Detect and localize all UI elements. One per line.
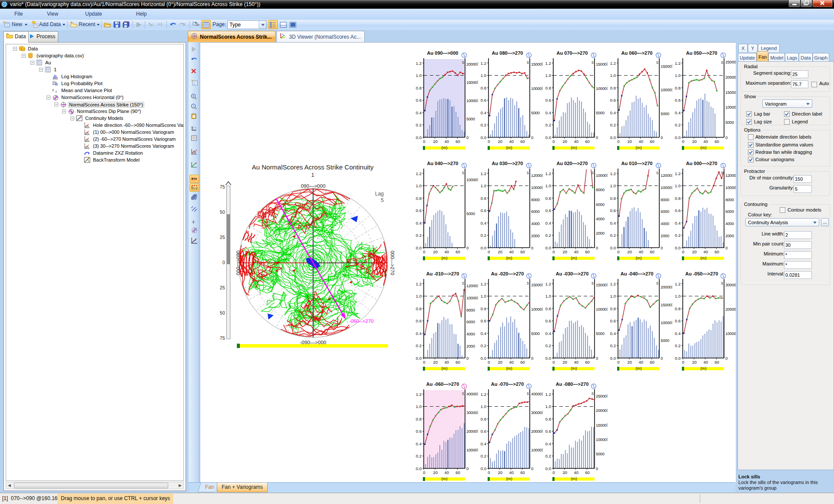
svg-text:0: 0: [725, 356, 728, 361]
svg-text:30000: 30000: [725, 282, 736, 287]
svg-text:0.4: 0.4: [416, 221, 422, 225]
svg-text:10000: 10000: [596, 86, 607, 91]
svg-text:0: 0: [552, 139, 555, 144]
svg-text:0.0: 0.0: [610, 135, 616, 140]
svg-text:2000: 2000: [596, 231, 605, 235]
svg-text:40: 40: [444, 249, 449, 254]
svg-text:10000: 10000: [531, 307, 542, 312]
svg-text:60: 60: [455, 249, 460, 254]
svg-text:1.0: 1.0: [545, 73, 551, 78]
svg-text:10000: 10000: [661, 87, 671, 92]
svg-text:75: 75: [220, 184, 225, 189]
svg-text:60: 60: [714, 249, 719, 254]
svg-text:1.2: 1.2: [481, 282, 486, 286]
svg-text:0: 0: [488, 139, 490, 144]
svg-text:(m): (m): [441, 255, 447, 260]
svg-text:25000: 25000: [725, 60, 736, 64]
svg-text:4000: 4000: [466, 332, 475, 336]
svg-text:0: 0: [466, 466, 469, 471]
svg-text:10000: 10000: [596, 437, 607, 442]
svg-text:2000: 2000: [661, 233, 669, 238]
svg-text:0: 0: [423, 360, 425, 365]
svg-text:Au -070—>270: Au -070—>270: [491, 381, 524, 387]
svg-text:0.4: 0.4: [545, 221, 551, 225]
svg-text:(m): (m): [441, 145, 447, 150]
svg-text:s: s: [721, 60, 723, 65]
svg-text:40: 40: [574, 249, 578, 254]
svg-text:0.8: 0.8: [416, 196, 422, 201]
svg-text:(m): (m): [506, 476, 512, 481]
svg-text:20: 20: [433, 249, 438, 254]
svg-text:40: 40: [509, 139, 514, 144]
svg-text:-060-->270: -060-->270: [349, 318, 374, 324]
svg-text:0.4: 0.4: [416, 331, 422, 336]
svg-text:1.2: 1.2: [545, 171, 551, 176]
svg-text:0.6: 0.6: [610, 318, 616, 323]
svg-text:0.0: 0.0: [545, 466, 551, 471]
svg-text:0.2: 0.2: [675, 343, 681, 348]
svg-text:0.6: 0.6: [481, 208, 486, 213]
svg-text:Au 030—>270: Au 030—>270: [492, 161, 523, 166]
svg-text:40: 40: [703, 360, 708, 365]
svg-text:1.2: 1.2: [610, 282, 616, 286]
svg-text:0: 0: [596, 356, 598, 361]
svg-text:0.0: 0.0: [610, 356, 616, 361]
svg-text:1.2: 1.2: [416, 392, 422, 397]
svg-text:20: 20: [692, 249, 697, 254]
svg-text:30000: 30000: [466, 410, 477, 415]
svg-text:10000: 10000: [725, 185, 736, 190]
svg-text:25000: 25000: [596, 394, 607, 398]
svg-text:090—>000: 090—>000: [301, 183, 326, 189]
svg-text:s: s: [462, 391, 464, 396]
svg-text:40: 40: [703, 249, 708, 254]
svg-text:(m): (m): [700, 145, 706, 150]
svg-text:60: 60: [650, 360, 655, 365]
svg-text:40: 40: [574, 470, 578, 475]
svg-text:0.8: 0.8: [545, 306, 551, 311]
svg-text:Au 060—>270: Au 060—>270: [621, 50, 653, 56]
svg-text:s: s: [462, 170, 464, 175]
svg-text:5000: 5000: [725, 120, 734, 125]
svg-text:0.4: 0.4: [481, 441, 486, 446]
svg-text:8000: 8000: [661, 197, 669, 202]
svg-text:0.2: 0.2: [610, 233, 616, 238]
svg-text:60: 60: [585, 360, 590, 365]
svg-text:0.8: 0.8: [416, 86, 422, 90]
svg-text:1.2: 1.2: [610, 171, 616, 176]
svg-text:40: 40: [703, 139, 708, 144]
svg-text:50: 50: [220, 310, 225, 315]
svg-text:20: 20: [628, 249, 632, 254]
svg-text:1.0: 1.0: [675, 294, 681, 298]
svg-text:0.0: 0.0: [481, 356, 486, 361]
svg-text:0.0: 0.0: [416, 135, 422, 140]
svg-text:10000: 10000: [725, 331, 736, 336]
svg-text:20000: 20000: [466, 429, 477, 434]
svg-text:1.0: 1.0: [545, 183, 551, 188]
svg-text:(m): (m): [635, 366, 641, 371]
svg-text:6000: 6000: [661, 209, 669, 214]
svg-text:0: 0: [531, 245, 533, 250]
svg-text:0: 0: [725, 245, 728, 250]
svg-text:(m): (m): [441, 476, 447, 481]
svg-text:0: 0: [617, 360, 619, 365]
svg-text:0.6: 0.6: [675, 318, 681, 323]
svg-text:15000: 15000: [596, 62, 607, 66]
svg-text:10000: 10000: [466, 295, 477, 300]
svg-text:10000: 10000: [661, 185, 671, 190]
svg-text:0.4: 0.4: [481, 221, 486, 225]
svg-text:Au 000—>270: Au 000—>270: [686, 161, 718, 166]
svg-text:0.4: 0.4: [610, 331, 616, 336]
svg-text:(m): (m): [571, 366, 577, 371]
svg-text:8000: 8000: [596, 187, 605, 192]
svg-text:Lag: Lag: [375, 191, 384, 197]
svg-text:s: s: [527, 391, 529, 396]
svg-text:Au -020—>270: Au -020—>270: [491, 271, 524, 276]
svg-text:1.2: 1.2: [610, 61, 616, 66]
svg-text:20: 20: [563, 139, 568, 144]
svg-text:0: 0: [682, 360, 684, 365]
svg-text:0.8: 0.8: [610, 196, 616, 201]
svg-text:(m): (m): [700, 366, 706, 371]
svg-text:25: 25: [220, 285, 225, 290]
svg-text:0.2: 0.2: [416, 454, 422, 458]
svg-text:s: s: [527, 281, 529, 285]
